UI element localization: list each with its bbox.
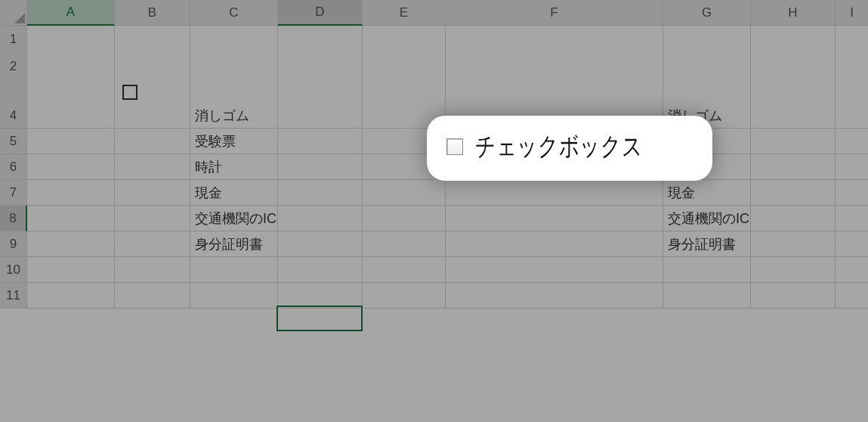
cell-A11[interactable] xyxy=(27,283,115,309)
row-header-9[interactable]: 9 xyxy=(0,231,27,257)
cell-G8[interactable]: 交通機関のICカード xyxy=(663,206,751,231)
cell-A6[interactable] xyxy=(27,154,115,180)
cell-C5[interactable]: 受験票 xyxy=(190,129,278,154)
cell-B4[interactable] xyxy=(115,103,190,129)
row-header-1[interactable]: 1 xyxy=(0,26,27,53)
cell-B9[interactable] xyxy=(115,231,190,257)
row-header-4[interactable]: 4 xyxy=(0,103,27,129)
cell-A10[interactable] xyxy=(27,257,115,283)
cell-H9[interactable] xyxy=(751,231,836,257)
row-header-8[interactable]: 8 xyxy=(0,206,27,231)
cell-D7[interactable] xyxy=(278,180,363,206)
select-all-corner[interactable] xyxy=(0,0,27,26)
cell-F1[interactable] xyxy=(446,26,663,53)
cell-B1[interactable] xyxy=(115,26,190,53)
cell-H7[interactable] xyxy=(751,180,836,206)
row-header-11[interactable]: 11 xyxy=(0,283,27,309)
cell-I4[interactable] xyxy=(836,103,868,129)
cell-F7[interactable] xyxy=(446,180,663,206)
cell-D4[interactable] xyxy=(278,103,363,129)
cell-I9[interactable] xyxy=(836,231,868,257)
cell-F10[interactable] xyxy=(446,257,663,283)
cell-G11[interactable] xyxy=(663,283,751,309)
cell-H10[interactable] xyxy=(751,257,836,283)
cell-A1[interactable] xyxy=(27,26,115,53)
cell-D9[interactable] xyxy=(278,231,363,257)
cell-A4[interactable] xyxy=(27,103,115,129)
cell-E7[interactable] xyxy=(363,180,446,206)
cell-A9[interactable] xyxy=(27,231,115,257)
cell-F8[interactable] xyxy=(446,206,663,231)
cell-C1[interactable] xyxy=(190,26,278,53)
cell-C11[interactable] xyxy=(190,283,278,309)
cell-D5[interactable] xyxy=(278,129,363,154)
cell-I6[interactable] xyxy=(836,154,868,180)
cell-E11[interactable] xyxy=(363,283,446,309)
cell-H5[interactable] xyxy=(751,129,836,154)
cell-H6[interactable] xyxy=(751,154,836,180)
cell-G10[interactable] xyxy=(663,257,751,283)
col-header-G[interactable]: G xyxy=(663,0,751,26)
cell-F9[interactable] xyxy=(446,231,663,257)
active-cell-outline xyxy=(276,306,363,331)
cell-A8[interactable] xyxy=(27,206,115,231)
cell-A5[interactable] xyxy=(27,129,115,154)
cell-I11[interactable] xyxy=(836,283,868,309)
cell-F11[interactable] xyxy=(446,283,663,309)
row-header-10[interactable]: 10 xyxy=(0,257,27,283)
cell-I7[interactable] xyxy=(836,180,868,206)
cell-B8[interactable] xyxy=(115,206,190,231)
col-header-E[interactable]: E xyxy=(363,0,446,26)
cell-B7[interactable] xyxy=(115,180,190,206)
col-header-B[interactable]: B xyxy=(115,0,190,26)
cell-B6[interactable] xyxy=(115,154,190,180)
cell-G7[interactable]: 現金 xyxy=(663,180,751,206)
col-header-C[interactable]: C xyxy=(190,0,278,26)
cell-D1[interactable] xyxy=(278,26,363,53)
cell-H8[interactable] xyxy=(751,206,836,231)
cell-H11[interactable] xyxy=(751,283,836,309)
col-header-A[interactable]: A xyxy=(27,0,115,26)
cell-C8[interactable]: 交通機関のICカード xyxy=(190,206,278,231)
checkbox-icon xyxy=(122,85,137,100)
cell-E8[interactable] xyxy=(363,206,446,231)
cell-I8[interactable] xyxy=(836,206,868,231)
cell-H4[interactable] xyxy=(751,103,836,129)
cell-B11[interactable] xyxy=(115,283,190,309)
cell-D10[interactable] xyxy=(278,257,363,283)
cell-D11[interactable] xyxy=(278,283,363,309)
cell-E9[interactable] xyxy=(363,231,446,257)
cell-I1[interactable] xyxy=(836,26,868,53)
cell-E1[interactable] xyxy=(363,26,446,53)
cell-B10[interactable] xyxy=(115,257,190,283)
cell-G9[interactable]: 身分証明書 xyxy=(663,231,751,257)
cell-D8[interactable] xyxy=(278,206,363,231)
cell-A7[interactable] xyxy=(27,180,115,206)
col-header-F[interactable]: F xyxy=(446,0,663,26)
checkbox-icon[interactable] xyxy=(446,138,463,155)
cell-H1[interactable] xyxy=(751,26,836,53)
cell-D6[interactable] xyxy=(278,154,363,180)
form-control-label: チェックボックス xyxy=(475,129,643,164)
form-control-checkbox[interactable]: チェックボックス xyxy=(427,116,712,181)
cell-B5[interactable] xyxy=(115,129,190,154)
col-header-D[interactable]: D xyxy=(278,0,363,26)
cell-C6[interactable]: 時計 xyxy=(190,154,278,180)
cell-C9[interactable]: 身分証明書 xyxy=(190,231,278,257)
cell-C7[interactable]: 現金 xyxy=(190,180,278,206)
cell-E10[interactable] xyxy=(363,257,446,283)
cell-I10[interactable] xyxy=(836,257,868,283)
cell-C4[interactable]: 消しゴム xyxy=(190,103,278,129)
row-header-6[interactable]: 6 xyxy=(0,154,27,180)
row-header-5[interactable]: 5 xyxy=(0,129,27,154)
cell-G1[interactable] xyxy=(663,26,751,53)
row-header-7[interactable]: 7 xyxy=(0,180,27,206)
cell-C10[interactable] xyxy=(190,257,278,283)
col-header-I[interactable]: I xyxy=(836,0,868,26)
col-header-H[interactable]: H xyxy=(751,0,836,26)
cell-I5[interactable] xyxy=(836,129,868,154)
